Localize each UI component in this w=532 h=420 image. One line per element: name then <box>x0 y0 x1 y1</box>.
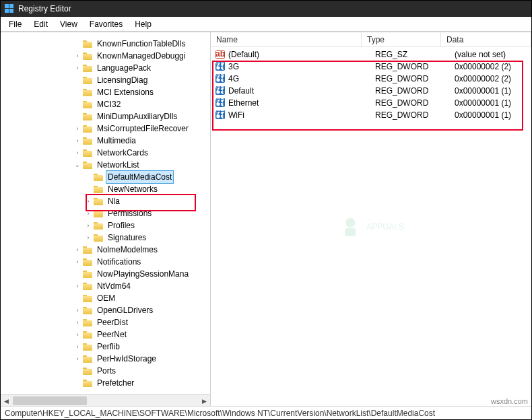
titlebar[interactable]: Registry Editor <box>1 1 531 17</box>
menu-favorites[interactable]: Favorites <box>84 18 128 30</box>
scroll-thumb[interactable] <box>13 396 87 405</box>
tree-node[interactable]: Prefetcher <box>1 377 191 389</box>
tree-node[interactable]: KnownFunctionTableDlls <box>1 38 191 50</box>
tree-node-label[interactable]: Nla <box>106 195 122 207</box>
value-row[interactable]: 011110EthernetREG_DWORD0x00000001 (1) <box>211 97 531 109</box>
menu-view[interactable]: View <box>55 18 83 30</box>
tree-node[interactable]: ›Permissions <box>1 207 191 219</box>
tree-node[interactable]: MCI32 <box>1 98 191 110</box>
tree-node[interactable]: ⌄NetworkList <box>1 159 191 171</box>
tree-node[interactable]: MiniDumpAuxiliaryDlls <box>1 110 191 123</box>
col-header-data[interactable]: Data <box>441 32 531 46</box>
tree-node[interactable]: ›PeerDist <box>1 316 191 328</box>
menu-file[interactable]: File <box>3 18 27 30</box>
tree-node-label[interactable]: NetworkList <box>95 159 141 171</box>
value-row[interactable]: 011110WiFiREG_DWORD0x00000001 (1) <box>211 109 531 121</box>
tree-node-label[interactable]: Profiles <box>106 219 137 232</box>
value-row[interactable]: ab(Default)REG_SZ(value not set) <box>211 48 531 61</box>
tree-node[interactable]: ›NtVdm64 <box>1 280 191 292</box>
chevron-right-icon[interactable]: › <box>84 197 92 205</box>
tree-node-label[interactable]: MiniDumpAuxiliaryDlls <box>95 110 179 123</box>
tree-node[interactable]: ›PeerNet <box>1 328 191 341</box>
tree-node[interactable]: ›Signatures <box>1 232 191 244</box>
value-row[interactable]: 011110DefaultREG_DWORD0x00000001 (1) <box>211 85 531 97</box>
tree-node-label[interactable]: KnownManagedDebuggi <box>95 50 187 62</box>
menu-help[interactable]: Help <box>129 18 157 30</box>
tree-node-label[interactable]: PerHwIdStorage <box>95 353 158 365</box>
tree-node[interactable]: ›LanguagePack <box>1 62 191 74</box>
tree-node-label[interactable]: Multimedia <box>95 135 138 147</box>
chevron-right-icon[interactable]: › <box>73 52 81 60</box>
chevron-right-icon[interactable]: › <box>73 64 81 72</box>
body-split: KnownFunctionTableDlls›KnownManagedDebug… <box>1 32 531 406</box>
chevron-right-icon[interactable]: › <box>73 282 81 290</box>
value-row[interactable]: 0111104GREG_DWORD0x00000002 (2) <box>211 73 531 85</box>
tree-node[interactable]: ›OpenGLDrivers <box>1 304 191 316</box>
tree-node-label[interactable]: NowPlayingSessionMana <box>95 268 191 280</box>
tree-node[interactable]: NewNetworks <box>1 183 191 195</box>
tree-node-label[interactable]: PeerDist <box>95 316 130 328</box>
tree-node[interactable]: ›Profiles <box>1 219 191 232</box>
chevron-right-icon[interactable]: › <box>84 209 92 217</box>
tree-node-label[interactable]: MsiCorruptedFileRecover <box>95 123 191 135</box>
tree-node-label[interactable]: Ports <box>95 365 118 377</box>
tree-node[interactable]: ›NolmeModelmes <box>1 244 191 256</box>
tree-node-label[interactable]: NetworkCards <box>95 147 150 159</box>
tree-node[interactable]: NowPlayingSessionMana <box>1 268 191 280</box>
tree-node-label[interactable]: OpenGLDrivers <box>95 304 155 316</box>
tree-node-label[interactable]: Notifications <box>95 256 143 268</box>
tree-node[interactable]: ›KnownManagedDebuggi <box>1 50 191 62</box>
tree-node[interactable]: ›Perflib <box>1 341 191 353</box>
tree-node-label[interactable]: LicensingDiag <box>95 74 149 86</box>
col-header-type[interactable]: Type <box>362 32 441 46</box>
tree-node[interactable]: ›Nla <box>1 195 191 207</box>
tree-node-label[interactable]: Perflib <box>95 341 122 353</box>
tree-node[interactable]: ›PerHwIdStorage <box>1 353 191 365</box>
tree-node[interactable]: OEM <box>1 292 191 304</box>
tree-node-label[interactable]: PeerNet <box>95 328 129 341</box>
chevron-right-icon[interactable]: › <box>73 306 81 314</box>
tree-node[interactable]: ›Multimedia <box>1 135 191 147</box>
chevron-right-icon[interactable]: › <box>73 258 81 266</box>
tree-node-label[interactable]: Permissions <box>106 207 154 219</box>
tree-node-label[interactable]: KnownFunctionTableDlls <box>95 38 187 50</box>
scroll-right-icon[interactable]: ▶ <box>199 395 210 407</box>
chevron-right-icon[interactable]: › <box>73 149 81 157</box>
values-list[interactable]: APPUALS ab(Default)REG_SZ(value not set)… <box>211 47 531 406</box>
tree-node-label[interactable]: MCI Extensions <box>95 86 156 98</box>
tree-node-label[interactable]: Prefetcher <box>95 377 136 389</box>
chevron-right-icon[interactable]: › <box>73 355 81 363</box>
chevron-right-icon[interactable]: › <box>73 125 81 133</box>
chevron-right-icon[interactable]: › <box>73 137 81 145</box>
tree-node-label[interactable]: Signatures <box>106 232 148 244</box>
tree-node-label[interactable]: DefaultMediaCost <box>106 170 174 184</box>
tree-node[interactable]: ›MsiCorruptedFileRecover <box>1 123 191 135</box>
tree-node-label[interactable]: LanguagePack <box>95 62 153 74</box>
chevron-right-icon[interactable]: › <box>84 221 92 230</box>
tree-indent-guide <box>1 256 9 268</box>
tree-indent-guide <box>30 135 41 147</box>
chevron-down-icon[interactable]: ⌄ <box>73 161 81 169</box>
chevron-right-icon[interactable]: › <box>84 234 92 242</box>
scroll-left-icon[interactable]: ◀ <box>1 395 12 407</box>
chevron-right-icon[interactable]: › <box>73 246 81 254</box>
tree-node-label[interactable]: NtVdm64 <box>95 280 133 292</box>
tree-node[interactable]: DefaultMediaCost <box>1 171 191 183</box>
tree-horizontal-scrollbar[interactable]: ◀ ▶ <box>1 394 210 406</box>
tree-node[interactable]: LicensingDiag <box>1 74 191 86</box>
tree-node[interactable]: ›Notifications <box>1 256 191 268</box>
tree-node-label[interactable]: NewNetworks <box>106 183 160 195</box>
tree-node[interactable]: ›NetworkCards <box>1 147 191 159</box>
menu-edit[interactable]: Edit <box>28 18 53 30</box>
chevron-right-icon[interactable]: › <box>73 343 81 351</box>
col-header-name[interactable]: Name <box>211 32 362 46</box>
value-row[interactable]: 0111103GREG_DWORD0x00000002 (2) <box>211 61 531 73</box>
tree-node[interactable]: MCI Extensions <box>1 86 191 98</box>
tree-scroll[interactable]: KnownFunctionTableDlls›KnownManagedDebug… <box>1 32 210 394</box>
tree-node-label[interactable]: OEM <box>95 292 117 304</box>
chevron-right-icon[interactable]: › <box>73 330 81 339</box>
chevron-right-icon[interactable]: › <box>73 318 81 326</box>
tree-node[interactable]: Ports <box>1 365 191 377</box>
tree-node-label[interactable]: MCI32 <box>95 98 123 110</box>
tree-node-label[interactable]: NolmeModelmes <box>95 244 160 256</box>
